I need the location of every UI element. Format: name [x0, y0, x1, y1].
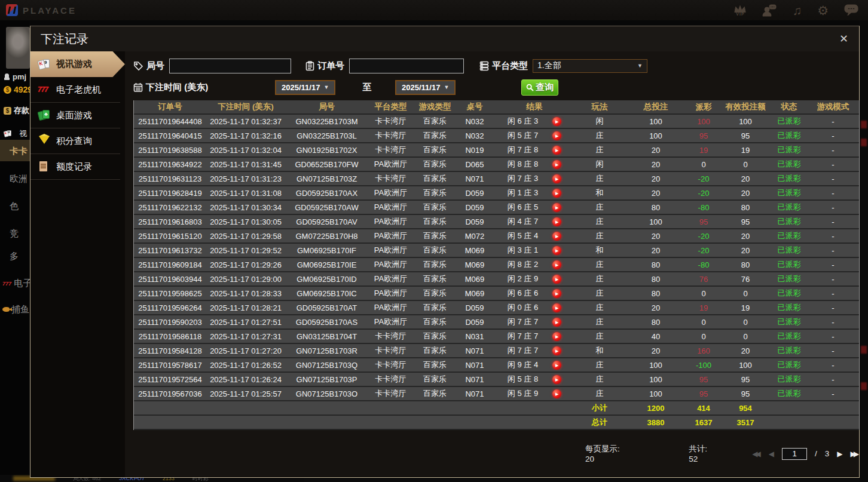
cell-bet-time: 2025-11-17 01:32:16 [206, 131, 285, 140]
cell-total-bet: 40 [623, 332, 689, 341]
cell-mode: - [806, 217, 860, 226]
deposit-icon: $ [4, 107, 11, 115]
round-number-input[interactable] [169, 59, 291, 73]
cell-mode: - [806, 346, 860, 355]
cell-mode: - [806, 289, 860, 298]
sidebar-item-slots[interactable]: 777 电子老虎机 [30, 77, 120, 103]
cell-total-bet: 100 [623, 375, 689, 384]
lobby-background-right [860, 20, 868, 482]
lobby-tab-kaka: 卡卡 [0, 140, 30, 161]
replay-button[interactable]: ▶ [552, 346, 561, 355]
cell-valid-bet: 20 [719, 189, 772, 198]
col-play: 玩法 [576, 102, 623, 112]
sidebar-item-quota-records[interactable]: 额度记录 [30, 154, 120, 180]
replay-button[interactable]: ▶ [552, 389, 561, 398]
search-button[interactable]: 查询 [521, 79, 558, 96]
cell-mode: - [806, 160, 860, 169]
cell-result: 闲 5 庄 7▶ [493, 130, 576, 141]
cell-table-no: N032 [457, 117, 493, 126]
cell-platform: PA欧洲厅 [368, 274, 413, 284]
result-text: 闲 7 庄 7 [508, 331, 538, 342]
cell-mode: - [806, 303, 860, 312]
cell-result: 闲 8 庄 8▶ [493, 159, 576, 170]
first-page-icon[interactable]: ◀◀ [752, 450, 760, 458]
replay-button[interactable]: ▶ [552, 131, 561, 140]
result-text: 闲 5 庄 4 [508, 231, 538, 241]
next-page-icon[interactable]: ▶ [837, 450, 842, 458]
cell-order-id: 251117019603944 [134, 275, 206, 284]
cell-result: 闲 3 庄 1▶ [493, 245, 576, 256]
brand: PLAYACE [0, 4, 77, 16]
cell-status: 已派彩 [772, 173, 806, 184]
replay-button[interactable]: ▶ [552, 174, 561, 183]
cell-order-id: 251117019616803 [134, 217, 206, 226]
cell-result: 闲 9 庄 4▶ [493, 360, 576, 370]
cell-total-bet: 80 [623, 289, 689, 298]
sidebar-item-points-query[interactable]: 积分查询 [30, 128, 120, 154]
cell-valid-bet: 0 [719, 160, 772, 169]
replay-button[interactable]: ▶ [552, 332, 561, 341]
cell-bet-time: 2025-11-17 01:31:23 [206, 174, 285, 183]
result-text: 闲 8 庄 2 [508, 259, 538, 270]
cell-table-no: D059 [457, 318, 493, 327]
replay-button[interactable]: ▶ [552, 203, 561, 212]
cell-platform: 卡卡湾厅 [368, 331, 413, 342]
cell-total-bet: 100 [623, 361, 689, 370]
cell-game-type: 百家乐 [413, 202, 457, 213]
cell-play: 庄 [576, 231, 623, 241]
cell-mode: - [806, 361, 860, 370]
replay-button[interactable]: ▶ [552, 289, 561, 298]
playace-logo-icon [6, 4, 18, 16]
cell-total-bet: 20 [623, 174, 689, 183]
order-number-label: 订单号 [305, 60, 344, 72]
to-label: 至 [362, 82, 371, 93]
user-icon [4, 73, 10, 80]
search-icon [526, 84, 534, 91]
cell-payout: 95 [689, 389, 719, 398]
replay-button[interactable]: ▶ [552, 318, 561, 327]
col-valid-bet: 有效投注额 [719, 102, 772, 112]
customer-service-icon[interactable] [762, 4, 777, 17]
cell-valid-bet: 95 [719, 375, 772, 384]
chat-icon[interactable] [844, 4, 858, 16]
date-to-picker[interactable]: 2025/11/17 ▼ [395, 80, 456, 95]
cell-status: 已派彩 [772, 302, 806, 313]
cell-round-id: GD05925B170AS [285, 318, 368, 327]
page-number-input[interactable] [782, 448, 807, 460]
replay-button[interactable]: ▶ [552, 260, 561, 269]
replay-button[interactable]: ▶ [552, 146, 561, 155]
music-icon[interactable]: ♫ [792, 4, 802, 17]
table-row: 2511170196349222025-11-17 01:31:45GD0652… [134, 158, 859, 172]
sidebar-item-video-games[interactable]: K9 视讯游戏 [30, 51, 125, 77]
cell-total-bet: 20 [623, 189, 689, 198]
date-from-picker[interactable]: 2025/11/17 ▼ [275, 80, 335, 95]
order-number-input[interactable] [349, 59, 464, 73]
replay-button[interactable]: ▶ [552, 232, 561, 241]
replay-button[interactable]: ▶ [552, 375, 561, 384]
replay-button[interactable]: ▶ [552, 275, 561, 284]
cell-round-id: GM06925B170ID [285, 275, 368, 284]
last-page-icon[interactable]: ▶▶ [851, 450, 859, 458]
vip-icon[interactable]: VIP [733, 5, 747, 16]
result-text: 闲 1 庄 3 [508, 188, 538, 198]
sidebar-item-table-games[interactable]: 桌面游戏 [30, 103, 120, 128]
cell-play: 庄 [576, 259, 623, 270]
platform-type-select[interactable]: 1.全部 ▼ [533, 59, 647, 73]
prev-page-icon[interactable]: ◀ [769, 450, 774, 458]
replay-button[interactable]: ▶ [552, 303, 561, 312]
cell-round-id: GN07125B1703Z [285, 174, 368, 183]
replay-button[interactable]: ▶ [552, 189, 561, 198]
replay-button[interactable]: ▶ [552, 160, 561, 169]
replay-button[interactable]: ▶ [552, 217, 561, 226]
top-bar: PLAYACE VIP ♫ ⚙ [0, 0, 868, 20]
cell-total-bet: 100 [623, 131, 689, 140]
cell-status: 已派彩 [772, 374, 806, 385]
cell-mode: - [806, 332, 860, 341]
replay-button[interactable]: ▶ [552, 117, 561, 126]
gear-icon[interactable]: ⚙ [817, 4, 829, 17]
replay-button[interactable]: ▶ [552, 246, 561, 255]
close-icon[interactable]: ✕ [837, 32, 851, 45]
cell-game-type: 百家乐 [413, 360, 457, 370]
replay-button[interactable]: ▶ [552, 361, 561, 370]
cell-status: 已派彩 [772, 202, 806, 213]
